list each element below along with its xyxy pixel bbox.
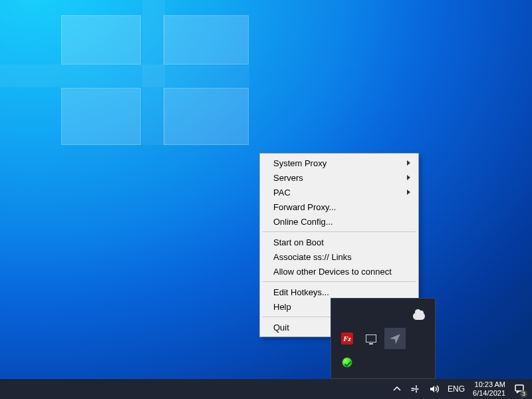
menu-item-label: Quit (273, 323, 289, 332)
filezilla-icon[interactable]: Fz (336, 328, 358, 349)
green-status-icon-glyph (342, 357, 352, 368)
menu-separator (263, 231, 416, 232)
menu-item[interactable]: Forward Proxy... (261, 200, 417, 214)
menu-item-label: Allow other Devices to connect (273, 267, 392, 277)
keyboard-icon (410, 384, 421, 394)
chevron-up-icon (392, 384, 402, 394)
menu-item[interactable]: Edit Hotkeys... (261, 285, 417, 299)
tray-empty-slot (336, 304, 358, 325)
menu-item-label: Help (273, 302, 291, 312)
menu-item-label: PAC (273, 188, 291, 198)
action-center-button[interactable]: 3 (509, 379, 529, 399)
display-icon-glyph (366, 334, 376, 342)
menu-item[interactable]: Online Config... (261, 214, 417, 229)
submenu-arrow-icon (407, 190, 410, 195)
language-label: ENG (448, 384, 465, 394)
menu-item-label: Forward Proxy... (273, 202, 336, 212)
volume-button[interactable] (425, 379, 444, 399)
menu-item[interactable]: Start on Boot (261, 235, 417, 249)
menu-item-label: Associate ss:// Links (273, 252, 352, 262)
cloud-icon[interactable] (408, 304, 430, 325)
menu-item[interactable]: PAC (261, 185, 417, 200)
menu-item-label: System Proxy (273, 158, 327, 168)
display-icon[interactable] (360, 328, 382, 349)
shadowsocks-icon-glyph (389, 332, 401, 344)
taskbar-clock[interactable]: 10:23 AM 6/14/2021 (469, 380, 509, 398)
tray-overflow-button[interactable] (388, 379, 406, 399)
svg-marker-1 (430, 386, 434, 392)
menu-item[interactable]: System Proxy (261, 156, 417, 170)
language-indicator[interactable]: ENG (444, 379, 469, 399)
cloud-icon-glyph (413, 313, 425, 320)
tray-empty-slot (360, 304, 382, 325)
submenu-arrow-icon (407, 160, 410, 166)
filezilla-icon-glyph: Fz (341, 332, 353, 344)
menu-item[interactable]: Servers (261, 170, 417, 185)
menu-item[interactable]: Associate ss:// Links (261, 249, 417, 264)
menu-item[interactable]: Allow other Devices to connect (261, 264, 417, 279)
clock-time: 10:23 AM (475, 380, 505, 389)
tray-empty-slot (384, 304, 406, 325)
volume-icon (429, 384, 440, 394)
svg-marker-0 (390, 334, 400, 344)
tray-empty-slot (408, 352, 430, 373)
action-center-badge: 3 (520, 390, 527, 398)
clock-date: 6/14/2021 (473, 389, 505, 398)
menu-item-label: Start on Boot (273, 237, 324, 247)
tray-empty-slot (360, 352, 382, 373)
menu-separator (263, 281, 416, 282)
tray-empty-slot (384, 352, 406, 373)
input-indicator[interactable] (406, 379, 425, 399)
taskbar: ENG 10:23 AM 6/14/2021 3 (0, 379, 532, 399)
submenu-arrow-icon (407, 175, 410, 180)
tray-overflow-flyout: Fz (331, 298, 436, 379)
tray-empty-slot (408, 328, 430, 349)
shadowsocks-icon[interactable] (384, 328, 406, 349)
menu-item-label: Servers (273, 173, 303, 183)
menu-item-label: Online Config... (273, 217, 333, 227)
menu-item-label: Edit Hotkeys... (273, 287, 329, 297)
green-status-icon[interactable] (336, 352, 358, 373)
